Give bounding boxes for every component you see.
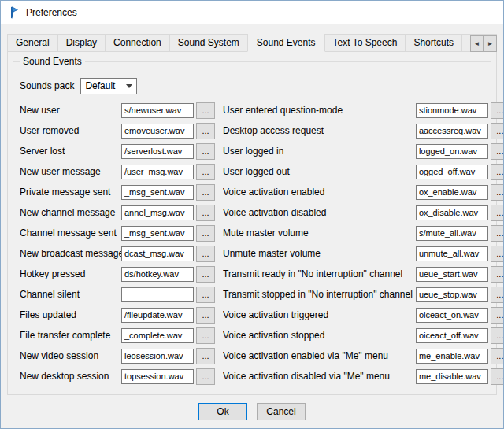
sound-file-input[interactable] bbox=[416, 267, 488, 282]
browse-button[interactable]: ... bbox=[196, 266, 215, 283]
browse-button[interactable]: ... bbox=[491, 266, 504, 283]
sound-file-input[interactable] bbox=[416, 369, 488, 384]
browse-button[interactable]: ... bbox=[196, 123, 215, 139]
sound-event-label: New channel message bbox=[20, 207, 121, 218]
sound-file-input[interactable] bbox=[416, 246, 488, 261]
sounds-pack-dropdown[interactable]: Default bbox=[80, 78, 137, 94]
tab-text-to-speech[interactable]: Text To Speech bbox=[324, 34, 406, 52]
sound-file-input[interactable] bbox=[416, 226, 488, 241]
browse-button[interactable]: ... bbox=[196, 246, 215, 262]
sound-file-input[interactable] bbox=[416, 328, 488, 343]
sound-file-input[interactable] bbox=[121, 246, 194, 261]
sound-file-input[interactable] bbox=[121, 328, 194, 343]
sound-event-label: User logged out bbox=[223, 166, 416, 177]
browse-button[interactable]: ... bbox=[491, 246, 504, 262]
browse-button[interactable]: ... bbox=[196, 287, 215, 303]
window-title: Preferences bbox=[26, 7, 77, 18]
sound-file-input[interactable] bbox=[416, 124, 488, 139]
sound-event-label: Desktop access request bbox=[223, 125, 416, 136]
app-icon bbox=[8, 6, 20, 19]
browse-button[interactable]: ... bbox=[196, 205, 215, 221]
sound-event-row: Mute master volume... bbox=[223, 223, 504, 243]
sound-event-label: File transfer complete bbox=[20, 330, 121, 341]
sound-file-input[interactable] bbox=[416, 185, 488, 200]
sound-file-input[interactable] bbox=[121, 369, 194, 384]
sound-event-label: New broadcast message bbox=[20, 248, 121, 259]
tab-scroll-right-button[interactable]: ► bbox=[484, 35, 497, 52]
browse-button[interactable]: ... bbox=[196, 368, 215, 385]
tab-scroll-left-button[interactable]: ◄ bbox=[470, 35, 484, 52]
browse-button[interactable]: ... bbox=[491, 143, 504, 160]
sounds-pack-label: Sounds pack bbox=[20, 80, 74, 91]
sound-file-input[interactable] bbox=[121, 124, 194, 139]
sound-event-label: Channel message sent bbox=[20, 227, 121, 239]
browse-button[interactable]: ... bbox=[491, 327, 504, 344]
sound-event-label: Voice activation enabled bbox=[223, 187, 416, 198]
sound-event-columns: New user... User removed... Server lost.… bbox=[20, 100, 484, 386]
tab-display[interactable]: Display bbox=[57, 34, 106, 52]
tab-shortcuts[interactable]: Shortcuts bbox=[405, 34, 462, 52]
tab-general[interactable]: General bbox=[7, 34, 58, 52]
sound-file-input[interactable] bbox=[416, 144, 488, 159]
sound-file-input[interactable] bbox=[121, 226, 194, 241]
sound-event-row: Voice activation disabled via "Me" menu.… bbox=[223, 366, 504, 386]
browse-button[interactable]: ... bbox=[196, 184, 215, 201]
tab-sound-events[interactable]: Sound Events bbox=[247, 34, 325, 52]
sound-event-label: Voice activation disabled via "Me" menu bbox=[223, 371, 416, 382]
sound-event-label: Mute master volume bbox=[223, 227, 416, 239]
sound-events-groupbox: Sound Events Sounds pack Default New use… bbox=[13, 61, 491, 379]
sound-file-input[interactable] bbox=[416, 103, 488, 118]
browse-button[interactable]: ... bbox=[491, 287, 504, 303]
sound-events-right-column: User entered question-mode... Desktop ac… bbox=[223, 100, 504, 386]
sound-file-input[interactable] bbox=[121, 267, 194, 282]
browse-button[interactable]: ... bbox=[196, 307, 215, 324]
sound-file-input[interactable] bbox=[121, 185, 194, 200]
sound-event-row: Voice activation disabled... bbox=[223, 202, 504, 223]
sound-file-input[interactable] bbox=[121, 103, 194, 118]
chevron-down-icon bbox=[126, 84, 132, 88]
sounds-pack-row: Sounds pack Default bbox=[20, 76, 484, 95]
sound-file-input[interactable] bbox=[121, 205, 194, 220]
sound-file-input[interactable] bbox=[121, 144, 194, 159]
sound-file-input[interactable] bbox=[121, 308, 194, 323]
sound-file-input[interactable] bbox=[416, 287, 488, 302]
sound-event-row: Unmute master volume... bbox=[223, 243, 504, 264]
dialog-button-row: Ok Cancel bbox=[1, 403, 503, 420]
sound-event-row: File transfer complete... bbox=[20, 325, 215, 346]
sound-event-label: Files updated bbox=[20, 309, 121, 320]
browse-button[interactable]: ... bbox=[491, 307, 504, 324]
browse-button[interactable]: ... bbox=[196, 327, 215, 344]
sound-file-input[interactable] bbox=[121, 287, 194, 302]
sound-event-row: Desktop access request... bbox=[223, 120, 504, 141]
sound-event-row: User removed... bbox=[20, 120, 215, 141]
ok-button[interactable]: Ok bbox=[198, 403, 247, 420]
sound-file-input[interactable] bbox=[416, 349, 488, 364]
browse-button[interactable]: ... bbox=[491, 348, 504, 364]
tab-connection[interactable]: Connection bbox=[105, 34, 170, 52]
sound-events-left-column: New user... User removed... Server lost.… bbox=[20, 100, 215, 386]
sound-event-row: New desktop session... bbox=[20, 366, 215, 386]
browse-button[interactable]: ... bbox=[196, 143, 215, 160]
sound-event-row: Voice activation triggered... bbox=[223, 305, 504, 325]
sound-file-input[interactable] bbox=[416, 308, 488, 323]
sound-event-row: New channel message... bbox=[20, 202, 215, 223]
browse-button[interactable]: ... bbox=[491, 164, 504, 180]
browse-button[interactable]: ... bbox=[196, 348, 215, 364]
browse-button[interactable]: ... bbox=[196, 102, 215, 119]
sound-file-input[interactable] bbox=[416, 205, 488, 220]
browse-button[interactable]: ... bbox=[196, 225, 215, 242]
sound-file-input[interactable] bbox=[121, 349, 194, 364]
browse-button[interactable]: ... bbox=[491, 184, 504, 201]
browse-button[interactable]: ... bbox=[491, 123, 504, 139]
cancel-button[interactable]: Cancel bbox=[257, 403, 306, 420]
browse-button[interactable]: ... bbox=[491, 225, 504, 242]
browse-button[interactable]: ... bbox=[491, 102, 504, 119]
browse-button[interactable]: ... bbox=[196, 164, 215, 180]
sound-file-input[interactable] bbox=[416, 165, 488, 179]
sound-event-label: Voice activation enabled via "Me" menu bbox=[223, 350, 416, 361]
browse-button[interactable]: ... bbox=[491, 368, 504, 385]
browse-button[interactable]: ... bbox=[491, 205, 504, 221]
sound-event-label: Voice activation disabled bbox=[223, 207, 416, 218]
tab-sound-system[interactable]: Sound System bbox=[169, 34, 248, 52]
sound-file-input[interactable] bbox=[121, 165, 194, 179]
